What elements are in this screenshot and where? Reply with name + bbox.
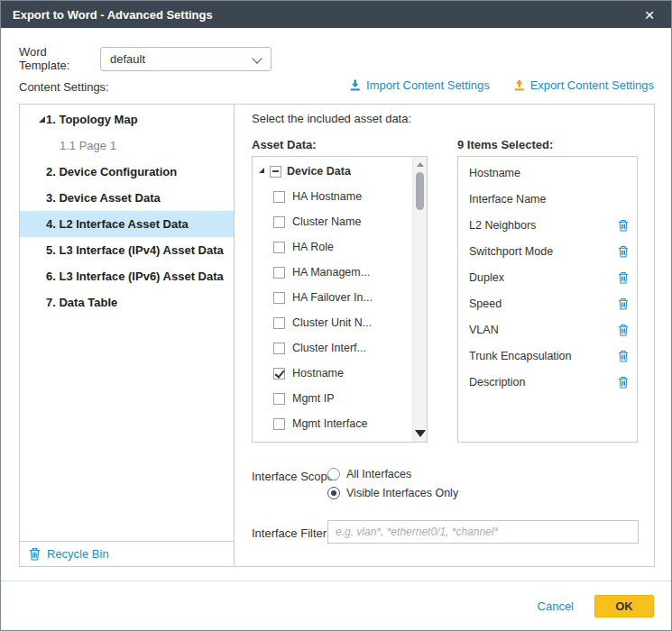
- export-content-settings-link[interactable]: Export Content Settings: [513, 78, 654, 92]
- asset-checkbox-row-partial[interactable]: Device T...: [253, 436, 427, 443]
- download-icon: [349, 79, 361, 91]
- delete-item-icon[interactable]: [618, 219, 629, 232]
- selected-item-label: Trunk Encapsulation: [469, 350, 572, 362]
- delete-item-icon[interactable]: [618, 350, 629, 362]
- expand-arrow-icon[interactable]: [259, 168, 264, 173]
- asset-checkbox-row[interactable]: HA Managem...: [253, 260, 427, 285]
- scroll-down-icon[interactable]: [415, 430, 426, 437]
- dialog-titlebar: Export to Word - Advanced Settings ×: [1, 1, 671, 28]
- chevron-down-icon: [252, 53, 262, 63]
- checkbox-unchecked[interactable]: [273, 393, 285, 405]
- delete-item-icon[interactable]: [618, 376, 629, 389]
- items-selected-column-label: 9 Items Selected:: [457, 138, 553, 151]
- scroll-up-icon[interactable]: [417, 162, 424, 167]
- checkbox-unchecked[interactable]: [273, 292, 285, 304]
- panel-heading: Select the included asset data:: [252, 112, 411, 125]
- export-to-word-dialog: Export to Word - Advanced Settings × Wor…: [0, 0, 672, 631]
- upload-icon: [513, 79, 525, 91]
- delete-item-icon[interactable]: [618, 324, 629, 336]
- sections-tree: 1. Topology Map 1.1 Page 1 2. Device Con…: [20, 105, 234, 316]
- selected-item-label: Interface Name: [469, 193, 546, 206]
- asset-checkbox-row[interactable]: Cluster Name: [253, 209, 427, 234]
- scrollbar-thumb[interactable]: [416, 172, 424, 210]
- asset-data-column-label: Asset Data:: [252, 138, 317, 151]
- dialog-title: Export to Word - Advanced Settings: [13, 8, 213, 22]
- checkbox-unchecked[interactable]: [273, 242, 285, 253]
- close-icon[interactable]: ×: [640, 6, 659, 23]
- content-settings-links: Import Content Settings Export Content S…: [349, 78, 654, 92]
- tree-item-page-1[interactable]: 1.1 Page 1: [20, 133, 234, 159]
- selected-item-row[interactable]: L2 Neighbors: [458, 212, 637, 238]
- radio-visible-interfaces-only[interactable]: Visible Interfaces Only: [327, 487, 458, 499]
- tree-item-l3-ipv4-asset-data[interactable]: 5. L3 Interface (IPv4) Asset Data: [20, 237, 234, 263]
- tree-item-topology-map[interactable]: 1. Topology Map: [20, 106, 234, 133]
- content-settings-panel: 1. Topology Map 1.1 Page 1 2. Device Con…: [19, 104, 655, 567]
- asset-checkbox-row[interactable]: Mgmt Interface: [253, 411, 427, 436]
- selected-item-label: Switchport Mode: [469, 245, 553, 258]
- asset-group-device-data[interactable]: Device Data: [253, 159, 427, 184]
- selected-item-row[interactable]: Speed: [458, 290, 637, 316]
- checkbox-unchecked[interactable]: [273, 267, 285, 279]
- radio-unselected-icon[interactable]: [327, 468, 340, 480]
- content-settings-label: Content Settings:: [19, 80, 109, 94]
- checkbox-unchecked[interactable]: [273, 317, 285, 329]
- selected-items-list: Hostname Interface Name L2 Neighbors Swi…: [457, 156, 638, 443]
- checkbox-unchecked[interactable]: [273, 191, 285, 203]
- tree-item-device-asset-data[interactable]: 3. Device Asset Data: [20, 185, 234, 211]
- tree-item-l2-interface-asset-data[interactable]: 4. L2 Interface Asset Data: [20, 211, 234, 237]
- selected-item-row[interactable]: Duplex: [458, 264, 637, 290]
- selected-item-label: Speed: [469, 297, 502, 310]
- ok-button[interactable]: OK: [594, 595, 654, 617]
- selected-item-label: Description: [469, 376, 526, 389]
- asset-checkbox-row[interactable]: HA Role: [253, 234, 427, 260]
- delete-item-icon[interactable]: [618, 297, 629, 310]
- import-content-settings-link[interactable]: Import Content Settings: [349, 78, 490, 92]
- scrollbar[interactable]: [412, 157, 427, 442]
- checkbox-unchecked[interactable]: [273, 343, 285, 354]
- trash-icon: [29, 547, 41, 561]
- checkbox-checked[interactable]: [273, 368, 285, 380]
- tree-item-l3-ipv6-asset-data[interactable]: 6. L3 Interface (IPv6) Asset Data: [20, 263, 234, 289]
- radio-all-interfaces[interactable]: All Interfaces: [327, 468, 458, 480]
- asset-checkbox-row[interactable]: Cluster Interf...: [253, 335, 427, 361]
- selected-item-label: Duplex: [469, 271, 504, 284]
- tree-item-device-configuration[interactable]: 2. Device Configuration: [20, 159, 234, 185]
- cancel-button[interactable]: Cancel: [530, 596, 581, 617]
- word-template-dropdown[interactable]: default: [100, 47, 272, 71]
- word-template-row: Word Template: default: [19, 45, 272, 72]
- asset-data-list: Device Data HA Hostname Cluster Name HA …: [252, 156, 428, 443]
- selected-item-row[interactable]: Trunk Encapsulation: [458, 343, 637, 369]
- interface-filter-label: Interface Filter:: [252, 526, 330, 540]
- tree-item-data-table[interactable]: 7. Data Table: [20, 289, 234, 316]
- delete-item-icon[interactable]: [618, 271, 629, 284]
- radio-selected-icon[interactable]: [327, 487, 340, 499]
- selected-item-row[interactable]: Description: [458, 369, 637, 395]
- selected-item-label: Hostname: [469, 167, 520, 179]
- interface-filter-input[interactable]: [327, 520, 639, 544]
- dialog-footer: Cancel OK: [1, 581, 671, 630]
- interface-scope-options: All Interfaces Visible Interfaces Only: [327, 468, 458, 499]
- expand-arrow-icon[interactable]: [39, 116, 45, 123]
- checkbox-indeterminate[interactable]: [270, 166, 281, 178]
- interface-scope-label: Interface Scope:: [252, 470, 337, 483]
- checkbox-unchecked[interactable]: [273, 418, 285, 430]
- asset-checkbox-row[interactable]: HA Hostname: [253, 184, 427, 209]
- selected-item-label: VLAN: [469, 324, 499, 336]
- sections-tree-panel: 1. Topology Map 1.1 Page 1 2. Device Con…: [20, 105, 235, 566]
- selected-item-row[interactable]: Interface Name: [458, 186, 637, 212]
- selected-item-row[interactable]: Switchport Mode: [458, 238, 637, 264]
- word-template-value: default: [110, 52, 145, 66]
- delete-item-icon[interactable]: [618, 245, 629, 258]
- selected-item-row[interactable]: Hostname: [458, 160, 637, 186]
- asset-checkbox-row[interactable]: Hostname: [253, 361, 427, 386]
- recycle-bin-button[interactable]: Recycle Bin: [20, 541, 234, 566]
- asset-checkbox-row[interactable]: HA Failover In...: [253, 285, 427, 310]
- selected-item-row[interactable]: VLAN: [458, 316, 637, 343]
- asset-checkbox-row[interactable]: Mgmt IP: [253, 386, 427, 411]
- selected-item-label: L2 Neighbors: [469, 219, 536, 232]
- asset-data-panel: Select the included asset data: Asset Da…: [235, 105, 654, 566]
- asset-checkbox-row[interactable]: Cluster Unit N...: [253, 310, 427, 335]
- checkbox-unchecked[interactable]: [273, 216, 285, 228]
- word-template-label: Word Template:: [19, 45, 100, 72]
